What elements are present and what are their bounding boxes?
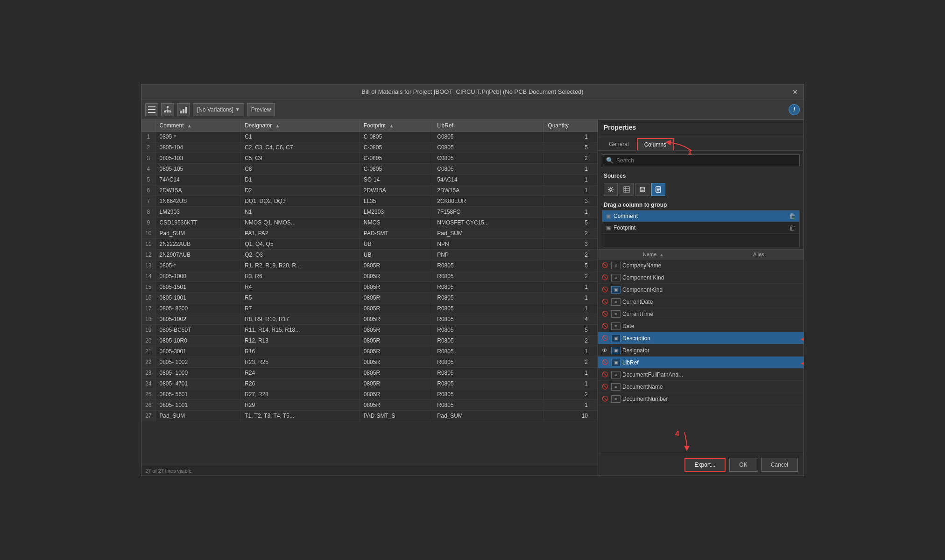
table-row[interactable]: 10 Pad_SUM PA1, PA2 PAD-SMT Pad_SUM 2 (141, 228, 598, 239)
drag-group-area[interactable]: ▣ Comment 🗑 ▣ Footprint 🗑 (602, 210, 800, 247)
table-row[interactable]: 9 CSD19536KTT NMOS-Q1, NMOS... NMOS NMOS… (141, 217, 598, 228)
column-list-item[interactable]: 🚫 ▣ ComponentKind (598, 284, 804, 296)
chart-icon-button[interactable] (177, 103, 190, 116)
table-row[interactable]: 1 0805-* C1 C-0805 C0805 1 (141, 132, 598, 142)
row-libref: C0805 (433, 132, 544, 142)
row-footprint: 2DW15A (360, 185, 433, 196)
row-quantity: 1 (544, 378, 598, 389)
table-row[interactable]: 7 1N6642US DQ1, DQ2, DQ3 LL35 2CK80EUR 3 (141, 196, 598, 207)
table-row[interactable]: 26 0805- 1001 R29 0805R R0805 1 (141, 400, 598, 411)
table-row[interactable]: 8 LM2903 N1 LM2903 7F158FC 1 (141, 207, 598, 217)
row-footprint: NMOS (360, 217, 433, 228)
visibility-off-icon: 🚫 (602, 335, 609, 341)
column-list-item[interactable]: 🚫 ≡ Date (598, 320, 804, 332)
bom-table-scroll[interactable]: Comment ▲ Designator ▲ Footprint ▲ (141, 120, 598, 466)
columns-list[interactable]: 🚫 ≡ CompanyName 🚫 ≡ Component Kind 🚫 ▣ C… (598, 259, 804, 454)
col-item-name: DocumentNumber (622, 396, 751, 402)
table-row[interactable]: 11 2N2222AUB Q1, Q4, Q5 UB NPN 3 (141, 239, 598, 250)
row-comment: 0805- 5601 (155, 389, 241, 400)
delete-footprint-group-button[interactable]: 🗑 (789, 224, 796, 231)
source-table-button[interactable] (620, 183, 634, 196)
export-button[interactable]: Export... (684, 458, 726, 472)
col-footprint-label: Footprint (364, 122, 386, 129)
hierarchy-icon-button[interactable] (161, 103, 174, 116)
table-row[interactable]: 13 0805-* R1, R2, R19, R20, R... 0805R R… (141, 260, 598, 271)
preview-button[interactable]: Preview (247, 103, 275, 116)
row-footprint: 0805R (360, 271, 433, 282)
col-type-icon: ≡ (611, 298, 621, 306)
bottom-bar: Export... 4 (598, 454, 804, 476)
tab-general-label: General (609, 141, 629, 147)
info-button[interactable]: i (789, 104, 800, 115)
table-row[interactable]: 25 0805- 5601 R27, R28 0805R R0805 2 (141, 389, 598, 400)
drag-group-item-footprint[interactable]: ▣ Footprint 🗑 (602, 222, 799, 234)
row-libref: 2DW15A (433, 185, 544, 196)
source-doc-button[interactable] (651, 183, 665, 196)
table-row[interactable]: 15 0805-1501 R4 0805R R0805 1 (141, 282, 598, 293)
table-row[interactable]: 27 Pad_SUM T1, T2, T3, T4, T5,... PAD-SM… (141, 411, 598, 421)
table-row[interactable]: 3 0805-103 C5, C9 C-0805 C0805 2 (141, 153, 598, 164)
cancel-button[interactable]: Cancel (761, 458, 798, 472)
variations-dropdown[interactable]: [No Variations] ▼ (193, 103, 244, 116)
tab-columns[interactable]: Columns 1 (637, 138, 674, 150)
column-list-item[interactable]: 🚫 ≡ CompanyName (598, 259, 804, 272)
table-row[interactable]: 4 0805-105 C8 C-0805 C0805 1 (141, 164, 598, 175)
row-num: 9 (141, 217, 155, 228)
drag-group-item-comment[interactable]: ▣ Comment 🗑 (602, 210, 799, 222)
table-row[interactable]: 24 0805- 4701 R26 0805R R0805 1 (141, 378, 598, 389)
row-designator: DQ1, DQ2, DQ3 (241, 196, 360, 207)
tab-general[interactable]: General (602, 138, 636, 150)
col-header-comment[interactable]: Comment ▲ (155, 120, 241, 132)
close-button[interactable]: ✕ (790, 87, 800, 97)
row-num: 16 (141, 293, 155, 303)
column-list-item[interactable]: 👁 ▣ Designator (598, 344, 804, 357)
col-header-footprint[interactable]: Footprint ▲ (360, 120, 433, 132)
row-comment: 2N2222AUB (155, 239, 241, 250)
column-list-item[interactable]: 🚫 ≡ DocumentFullPathAnd... (598, 369, 804, 381)
table-row[interactable]: 22 0805- 1002 R23, R25 0805R R0805 2 (141, 357, 598, 368)
table-row[interactable]: 20 0805-10R0 R12, R13 0805R R0805 2 (141, 336, 598, 346)
search-input[interactable] (616, 157, 796, 164)
visibility-off-icon: 🚫 (602, 359, 609, 365)
column-alias-header: Alias (753, 252, 800, 257)
table-row[interactable]: 14 0805-1000 R3, R6 0805R R0805 2 (141, 271, 598, 282)
ok-button[interactable]: OK (729, 458, 757, 472)
table-row[interactable]: 17 0805- 8200 R7 0805R R0805 1 (141, 303, 598, 314)
col-header-libref[interactable]: LibRef (433, 120, 544, 132)
column-list-item[interactable]: 🚫 ≡ CurrentTime (598, 308, 804, 320)
source-gear-button[interactable] (604, 183, 618, 196)
row-quantity: 5 (544, 142, 598, 153)
column-list-item[interactable]: 🚫 ▣ Description 2 (598, 332, 804, 344)
col-header-designator[interactable]: Designator ▲ (241, 120, 360, 132)
bom-status-text: 27 of 27 lines visible (145, 468, 191, 474)
column-list-item[interactable]: 🚫 ≡ CurrentDate (598, 296, 804, 308)
row-num: 24 (141, 378, 155, 389)
row-quantity: 3 (544, 196, 598, 207)
column-list-item[interactable]: 🚫 ≡ DocumentName (598, 381, 804, 393)
table-row[interactable]: 5 74AC14 D1 SO-14 54AC14 1 (141, 175, 598, 185)
delete-comment-group-button[interactable]: 🗑 (789, 212, 796, 220)
col-item-name: DocumentName (622, 384, 751, 390)
table-row[interactable]: 16 0805-1001 R5 0805R R0805 1 (141, 293, 598, 303)
row-designator: NMOS-Q1, NMOS... (241, 217, 360, 228)
column-list-item[interactable]: 🚫 ≡ DocumentNumber (598, 393, 804, 405)
table-row[interactable]: 23 0805- 1000 R24 0805R R0805 1 (141, 368, 598, 378)
table-row[interactable]: 12 2N2907AUB Q2, Q3 UB PNP 2 (141, 250, 598, 260)
row-footprint: 0805R (360, 400, 433, 411)
table-row[interactable]: 21 0805-3001 R16 0805R R0805 1 (141, 346, 598, 357)
main-content: Comment ▲ Designator ▲ Footprint ▲ (141, 120, 804, 476)
table-row[interactable]: 2 0805-104 C2, C3, C4, C6, C7 C-0805 C08… (141, 142, 598, 153)
source-stack-button[interactable] (635, 183, 649, 196)
visibility-off-icon: 🚫 (602, 274, 609, 280)
col-header-quantity[interactable]: Quantity (544, 120, 598, 132)
table-row[interactable]: 18 0805-1002 R8, R9, R10, R17 0805R R080… (141, 314, 598, 325)
column-name-header[interactable]: Name ▲ (621, 252, 753, 257)
table-row[interactable]: 19 0805-BC50T R11, R14, R15, R18... 0805… (141, 325, 598, 336)
row-libref: 2CK80EUR (433, 196, 544, 207)
menu-icon-button[interactable] (145, 103, 158, 116)
column-list-item[interactable]: 🚫 ▣ LibRef 3 (598, 357, 804, 369)
search-box[interactable]: 🔍 (602, 154, 800, 166)
row-num: 7 (141, 196, 155, 207)
column-list-item[interactable]: 🚫 ≡ Component Kind (598, 272, 804, 284)
table-row[interactable]: 6 2DW15A D2 2DW15A 2DW15A 1 (141, 185, 598, 196)
